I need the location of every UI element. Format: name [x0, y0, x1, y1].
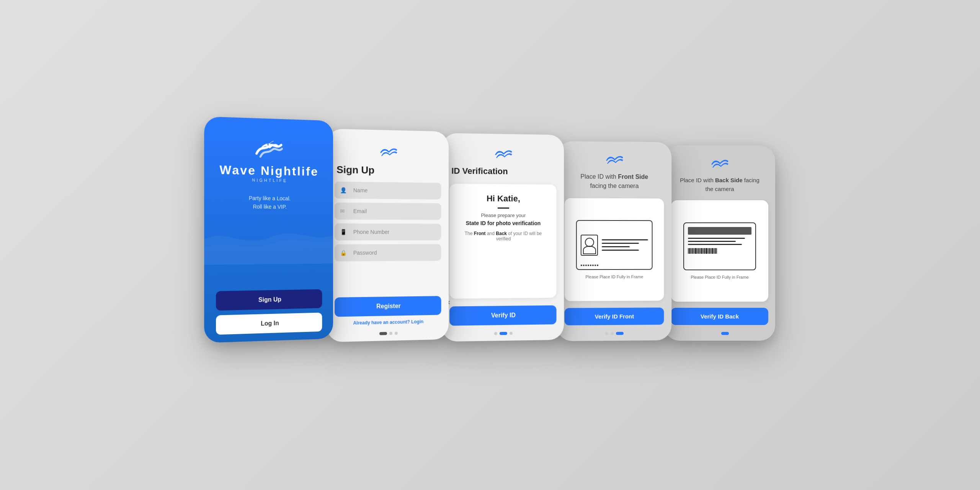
id-line-2 — [602, 243, 639, 244]
progress-dots-2 — [327, 328, 449, 342]
greeting-text: Hi Katie, — [457, 193, 549, 204]
tagline: Party like a Local. Roll like a VIP. — [204, 186, 333, 219]
wave-logo-small-4 — [709, 155, 730, 170]
dot-2 — [716, 332, 719, 335]
phone-placeholder: Phone Number — [350, 229, 389, 235]
action-buttons: Sign Up Log In — [204, 285, 333, 343]
progress-dots-3 — [442, 328, 564, 342]
wave-logo-small-3 — [604, 151, 625, 167]
verify-id-button[interactable]: Verify ID — [449, 305, 556, 326]
card4-header: Place ID with Front Side facing the came… — [557, 141, 671, 195]
password-placeholder: Password — [350, 250, 377, 256]
dot-3 — [616, 332, 624, 335]
wave-logo-large — [255, 137, 285, 161]
phone-icon: 📱 — [340, 229, 346, 235]
id-frame-front: Please Place ID Fully in Frame — [565, 198, 664, 301]
divider — [498, 207, 509, 209]
id-photo-placeholder — [581, 234, 598, 255]
login-button[interactable]: Log In — [216, 312, 322, 335]
dot-3 — [721, 332, 729, 335]
card3-title: ID Verification — [451, 166, 554, 177]
dot-3 — [395, 332, 398, 335]
card-id-front: Place ID with Front Side facing the came… — [557, 141, 671, 341]
dot-1 — [379, 332, 387, 335]
id-text-lines — [602, 239, 648, 251]
dot-1 — [494, 332, 497, 335]
card2-header: Sign Up — [327, 129, 449, 183]
email-input-wrapper: ✉ Email — [335, 203, 441, 220]
brand-sub: NIGHTLIFE — [252, 178, 287, 183]
card5-header: Place ID with Back Side facing the camer… — [664, 145, 775, 197]
name-input-wrapper: 👤 Name — [335, 181, 441, 199]
card4-title: Place ID with Front Side facing the came… — [565, 172, 664, 191]
progress-dots-4 — [557, 328, 671, 341]
phone-input-wrapper: 📱 Phone Number — [335, 224, 441, 241]
wave-logo-small-1 — [378, 143, 399, 159]
dot-1 — [710, 332, 714, 335]
magnetic-stripe — [688, 227, 751, 235]
name-input[interactable]: 👤 Name — [335, 181, 441, 199]
password-input-wrapper: 🔒 Password — [335, 244, 441, 261]
id-line-1 — [602, 239, 648, 240]
prep-text: Please prepare your — [457, 212, 549, 219]
id-frame-hint-back: Please Place ID Fully in Frame — [691, 275, 749, 279]
verification-sub-text: The Front and Back of your ID will be ve… — [457, 231, 549, 242]
brand-name: Wave Nightlife — [220, 163, 319, 179]
card3-header: ID Verification — [442, 133, 564, 181]
dot-2 — [389, 332, 392, 335]
card5-title: Place ID with Back Side facing the camer… — [671, 176, 768, 193]
email-icon: ✉ — [340, 208, 345, 214]
phone-input[interactable]: 📱 Phone Number — [335, 224, 441, 241]
app-scene: Wave Nightlife NIGHTLIFE Party like a Lo… — [205, 119, 775, 371]
progress-dots-5 — [664, 329, 775, 341]
signup-button[interactable]: Sign Up — [216, 289, 322, 310]
dot-3 — [510, 332, 513, 335]
wave-logo-small-2 — [493, 145, 514, 161]
verification-info-box: Hi Katie, Please prepare your State ID f… — [449, 184, 556, 299]
user-icon: 👤 — [340, 187, 346, 193]
state-id-text: State ID for photo verification — [457, 220, 549, 227]
id-dots — [581, 265, 648, 266]
decorative-wave — [204, 218, 333, 265]
tagline-line1: Party like a Local. — [220, 194, 318, 203]
email-placeholder: Email — [350, 208, 367, 214]
lock-icon: 🔒 — [340, 250, 346, 256]
id-frame-hint-front: Please Place ID Fully in Frame — [585, 274, 643, 279]
id-back-text-lines — [688, 238, 751, 245]
name-placeholder: Name — [350, 187, 368, 194]
dot-2 — [611, 332, 614, 335]
id-line-4 — [602, 250, 639, 251]
register-button[interactable]: Register — [335, 296, 441, 317]
id-line-3 — [602, 246, 630, 247]
tagline-line2: Roll like a VIP. — [220, 202, 318, 211]
logo-area: Wave Nightlife NIGHTLIFE — [204, 116, 333, 187]
verify-back-button[interactable]: Verify ID Back — [671, 308, 768, 325]
password-input[interactable]: 🔒 Password — [335, 244, 441, 261]
id-frame-back: Please Place ID Fully in Frame — [671, 200, 768, 302]
id-card-illustration-back — [683, 222, 756, 270]
card2-title: Sign Up — [336, 164, 439, 177]
barcode-illustration — [688, 248, 751, 254]
card-id-verification: ID Verification Hi Katie, Please prepare… — [442, 133, 564, 341]
card-login: Wave Nightlife NIGHTLIFE Party like a Lo… — [204, 116, 333, 343]
card-signup: Sign Up 👤 Name ✉ Email 📱 Phone Number — [327, 129, 449, 342]
inputs-area: 👤 Name ✉ Email 📱 Phone Number 🔒 — [327, 181, 449, 292]
email-input[interactable]: ✉ Email — [335, 203, 441, 220]
id-card-illustration-front — [576, 220, 653, 270]
card-id-back: Place ID with Back Side facing the camer… — [664, 145, 775, 341]
dot-1 — [605, 332, 608, 335]
dot-2 — [500, 332, 507, 335]
verify-front-button[interactable]: Verify ID Front — [565, 307, 664, 325]
